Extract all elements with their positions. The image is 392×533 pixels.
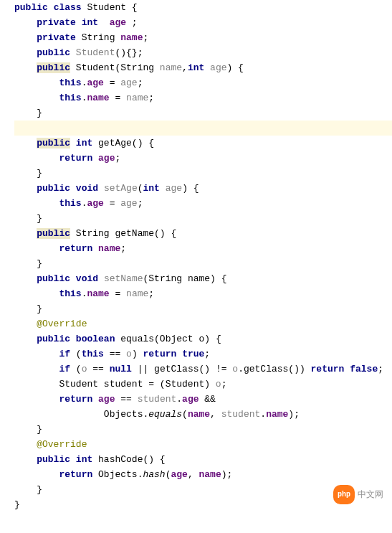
code-line: private int age ; — [14, 15, 392, 30]
php-icon: php — [333, 485, 355, 504]
code-line: this.age = age; — [14, 75, 392, 90]
code-line: @Override — [14, 437, 392, 452]
code-line: return age == student.age && — [14, 392, 392, 407]
code-line: } — [14, 256, 392, 271]
code-line: } — [14, 301, 392, 316]
code-line: public int hashCode() { — [14, 452, 392, 467]
code-line: Student student = (Student) o; — [14, 377, 392, 392]
code-line: @Override — [14, 316, 392, 331]
code-line: if (this == o) return true; — [14, 346, 392, 362]
code-line: } — [14, 422, 392, 437]
code-line: } — [14, 211, 392, 226]
code-line: this.name = name; — [14, 90, 392, 105]
code-line: public Student(){}; — [14, 45, 392, 60]
code-line: private String name; — [14, 30, 392, 45]
code-line: public Student(String name,int age) { — [14, 60, 392, 75]
code-line: return age; — [14, 151, 392, 166]
code-editor: public class Student { private int age ;… — [0, 0, 392, 512]
code-line: if (o == null || getClass() != o.getClas… — [14, 362, 392, 377]
code-line: return Objects.hash(age, name); — [14, 467, 392, 482]
code-line: public class Student { — [14, 0, 392, 15]
code-line: public String getName() { — [14, 226, 392, 241]
code-line: public void setAge(int age) { — [14, 181, 392, 196]
highlighted-line — [14, 121, 392, 136]
code-line: Objects.equals(name, student.name); — [14, 407, 392, 422]
code-line: return name; — [14, 241, 392, 256]
code-line: public void setName(String name) { — [14, 271, 392, 286]
code-line: public boolean equals(Object o) { — [14, 331, 392, 346]
watermark: php 中文网 — [333, 485, 383, 504]
watermark-text: 中文网 — [358, 487, 383, 502]
code-line: this.age = age; — [14, 196, 392, 211]
code-line: public int getAge() { — [14, 136, 392, 151]
code-line: this.name = name; — [14, 286, 392, 301]
code-line: } — [14, 105, 392, 121]
code-line: } — [14, 166, 392, 181]
